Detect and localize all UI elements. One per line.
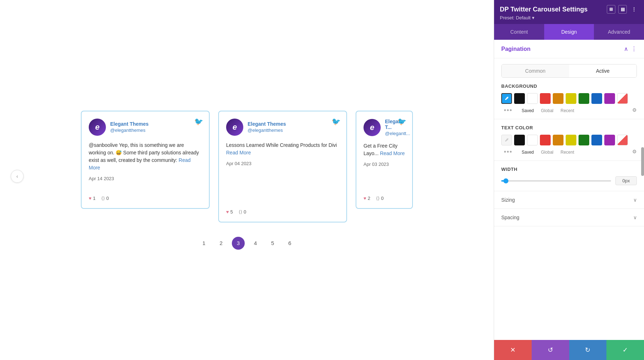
sizing-section: Sizing ∨ — [494, 191, 644, 209]
cancel-button[interactable]: ✕ — [494, 340, 532, 360]
section-collapse[interactable]: ∧ — [624, 45, 628, 52]
page-2[interactable]: 2 — [215, 237, 228, 250]
spacing-title: Spacing — [501, 215, 519, 220]
width-label: Width — [501, 167, 637, 172]
undo-button[interactable]: ↺ — [532, 340, 569, 360]
tweet-card-3: 🐦 e Elegant T... @elegantt... Get a Free… — [356, 111, 413, 209]
card-body-2: Lessons Learned While Creating Products … — [226, 141, 339, 157]
color-yellow-tc[interactable] — [566, 135, 576, 145]
section-pagination-header: Pagination ∧ ⋮ — [494, 40, 644, 58]
page-4[interactable]: 4 — [249, 237, 262, 250]
color-purple-tc[interactable] — [604, 135, 615, 145]
read-more-3[interactable]: Read More — [380, 150, 405, 156]
color-white-tc[interactable] — [527, 135, 538, 145]
bottom-toolbar: ✕ ↺ ↻ ✓ — [494, 340, 644, 360]
main-content: ‹ 🐦 e Elegant Themes @elegantthemes @san… — [0, 0, 494, 360]
prev-arrow[interactable]: ‹ — [11, 170, 24, 183]
card-footer-3: ♥ 2 ⟨⟩ 0 — [364, 196, 405, 201]
saved-label-bg[interactable]: Saved — [522, 108, 534, 113]
settings-panel: DP Twitter Carousel Settings ⊞ ▤ ⋮ Prese… — [494, 0, 644, 360]
panel-preset[interactable]: Preset: Default ▾ — [500, 15, 638, 20]
width-slider-thumb[interactable] — [503, 178, 508, 183]
color-orange-tc[interactable] — [553, 135, 564, 145]
panel-content: Pagination ∧ ⋮ Common Active Background — [494, 40, 644, 340]
more-colors-tc[interactable] — [501, 149, 514, 154]
color-orange-bg[interactable] — [553, 93, 564, 104]
layout-icon[interactable]: ▤ — [618, 5, 627, 14]
twitter-icon-1: 🐦 — [194, 117, 203, 126]
color-green-tc[interactable] — [579, 135, 589, 145]
author-handle-1: @elegantthemes — [110, 128, 145, 133]
tab-design[interactable]: Design — [544, 24, 594, 40]
eraser-bg[interactable] — [617, 93, 628, 104]
page-6[interactable]: 6 — [283, 237, 296, 250]
color-red-bg[interactable] — [540, 93, 551, 104]
card-header-1: e Elegant Themes @elegantthemes — [89, 119, 202, 136]
avatar-1: e — [89, 119, 106, 136]
author-handle-2: @elegantthemes — [248, 128, 283, 133]
sizing-header[interactable]: Sizing ∨ — [494, 191, 644, 208]
eraser-tc[interactable] — [617, 135, 628, 145]
heart-icon-2: ♥ — [226, 209, 229, 215]
color-white-bg[interactable] — [527, 93, 538, 104]
color-blue-bg[interactable] — [591, 93, 602, 104]
background-label: Background — [501, 83, 637, 89]
tab-content[interactable]: Content — [494, 24, 544, 40]
sizing-title: Sizing — [501, 197, 515, 203]
likes-2: 5 — [230, 209, 233, 215]
more-icon[interactable]: ⋮ — [630, 5, 638, 14]
redo-button[interactable]: ↻ — [569, 340, 607, 360]
sizing-chevron[interactable]: ∨ — [633, 197, 637, 203]
read-more-2[interactable]: Read More — [226, 150, 251, 155]
tweet-card-2: 🐦 e Elegant Themes @elegantthemes Lesson… — [218, 111, 347, 222]
color-black-tc[interactable] — [514, 135, 525, 145]
color-black-bg[interactable] — [514, 93, 525, 104]
eyedropper-tc[interactable] — [501, 135, 512, 145]
eyedropper-bg[interactable] — [501, 93, 512, 104]
page-5[interactable]: 5 — [266, 237, 279, 250]
text-color-setting: Text Color — [494, 119, 644, 161]
panel-tabs: Content Design Advanced — [494, 24, 644, 40]
color-yellow-bg[interactable] — [566, 93, 576, 104]
card-footer-1: ♥ 1 ⟨⟩ 0 — [89, 196, 202, 201]
panel-title-text: DP Twitter Carousel Settings — [500, 6, 587, 13]
likes-3: 2 — [368, 196, 370, 201]
color-purple-bg[interactable] — [604, 93, 615, 104]
recent-label-bg[interactable]: Recent — [561, 108, 574, 113]
recent-label-tc[interactable]: Recent — [561, 150, 574, 155]
sub-tab-active[interactable]: Active — [569, 64, 637, 77]
gear-bg[interactable]: ⚙ — [632, 107, 637, 113]
author-name-1: Elegant Themes — [110, 121, 148, 127]
color-red-tc[interactable] — [540, 135, 551, 145]
more-colors-bg[interactable] — [501, 108, 514, 112]
card-body-3: Get a Free City Layo... Read More — [364, 142, 405, 157]
background-setting: Background — [494, 78, 644, 119]
section-options[interactable]: ⋮ — [631, 45, 637, 52]
author-handle-3: @elegantt... — [385, 131, 410, 136]
card-header-2: e Elegant Themes @elegantthemes — [226, 119, 339, 136]
global-label-tc[interactable]: Global — [541, 150, 553, 155]
page-3[interactable]: 3 — [232, 237, 245, 250]
spacing-header[interactable]: Spacing ∨ — [494, 209, 644, 226]
page-1[interactable]: 1 — [197, 237, 210, 250]
card-date-2: Apr 04 2023 — [226, 161, 339, 166]
card-date-1: Apr 14 2023 — [89, 176, 202, 181]
global-label-bg[interactable]: Global — [541, 108, 553, 113]
spacing-chevron[interactable]: ∨ — [633, 215, 637, 220]
width-slider-track[interactable] — [501, 180, 611, 182]
saved-label-tc[interactable]: Saved — [522, 150, 534, 155]
copy-icon[interactable]: ⊞ — [607, 5, 615, 14]
tab-advanced[interactable]: Advanced — [594, 24, 644, 40]
share-icon-3: ⟨⟩ — [376, 196, 380, 201]
gear-tc[interactable]: ⚙ — [632, 149, 637, 154]
color-blue-tc[interactable] — [591, 135, 602, 145]
scrollbar[interactable] — [641, 147, 644, 176]
width-slider-row: 0px — [501, 176, 637, 185]
sub-tab-common[interactable]: Common — [502, 64, 569, 77]
confirm-button[interactable]: ✓ — [606, 340, 644, 360]
section-pagination-title: Pagination — [501, 46, 531, 52]
color-green-bg[interactable] — [579, 93, 589, 104]
width-value[interactable]: 0px — [615, 176, 637, 185]
share-icon-2: ⟨⟩ — [239, 209, 242, 215]
twitter-icon-2: 🐦 — [332, 117, 341, 126]
